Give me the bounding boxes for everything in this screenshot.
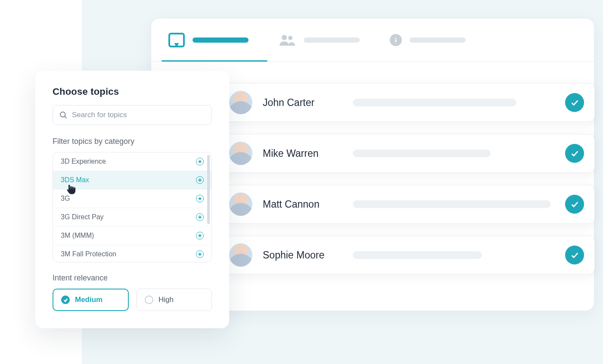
panel-title: Choose topics [53,86,212,97]
plus-icon[interactable] [196,158,204,165]
svg-point-2 [395,37,396,39]
topic-item[interactable]: 3DS Max [53,171,211,190]
search-input-wrap[interactable] [53,105,212,125]
topic-label: 3DS Max [61,176,89,184]
people-list: John Carter Mike Warren Matt Cannon Soph… [220,83,595,286]
topic-item[interactable]: 3M (MMM) [53,227,211,245]
svg-point-0 [282,35,287,40]
relevance-option-high[interactable]: High [137,289,212,311]
person-row[interactable]: John Carter [220,83,595,122]
topic-item[interactable]: 3M Fall Protection [53,245,211,262]
row-placeholder [353,251,482,259]
search-icon [59,111,68,119]
filter-label: Filter topics by category [53,137,212,146]
relevance-option-label: Medium [75,296,103,304]
plus-icon[interactable] [196,250,204,258]
plus-icon[interactable] [196,213,204,221]
topic-label: 3G Direct Pay [61,213,104,221]
topic-label: 3M Fall Protection [61,250,116,258]
check-icon[interactable] [565,246,584,264]
topic-item[interactable]: 3D Experience [53,152,211,171]
tab-2-label-placeholder [304,37,360,43]
tab-strip [151,19,594,62]
relevance-option-label: High [159,296,174,304]
check-icon[interactable] [565,195,584,214]
check-icon[interactable] [565,144,584,163]
person-row[interactable]: Sophie Moore [220,236,595,274]
person-name: Matt Cannon [263,199,342,210]
tab-1[interactable] [168,33,249,47]
tab-1-label-placeholder [193,37,249,43]
avatar [229,142,252,165]
relevance-option-medium[interactable]: Medium [53,289,129,311]
row-placeholder [353,99,516,106]
plus-icon[interactable] [196,232,204,240]
person-row[interactable]: Matt Cannon [220,185,595,224]
people-icon [279,34,296,47]
svg-point-4 [60,112,65,117]
person-name: Mike Warren [263,148,342,159]
row-placeholder [353,149,491,157]
tab-3-label-placeholder [410,37,466,43]
person-row[interactable]: Mike Warren [220,134,595,173]
svg-rect-3 [395,39,397,42]
svg-line-5 [65,116,67,118]
person-name: Sophie Moore [263,249,342,261]
topics-panel: Choose topics Filter topics by category … [35,71,229,328]
topic-list: 3D Experience 3DS Max 3G 3G Direct Pay 3… [53,152,212,262]
avatar [229,193,252,216]
scrollbar[interactable] [207,155,210,224]
topic-label: 3M (MMM) [61,232,94,240]
svg-point-1 [288,36,292,40]
plus-icon[interactable] [196,176,204,184]
avatar [229,243,252,267]
topic-item[interactable]: 3G Direct Pay [53,208,211,227]
radio-unchecked-icon [145,296,153,304]
relevance-label: Intent relevance [53,274,212,283]
topic-label: 3G [61,195,70,202]
avatar [229,91,252,114]
active-tab-underline [162,60,267,62]
relevance-options: Medium High [53,289,212,311]
tab-3[interactable] [390,34,466,46]
topic-label: 3D Experience [61,158,106,165]
check-icon[interactable] [565,93,584,112]
info-icon [390,34,402,46]
topic-item[interactable]: 3G [53,190,211,208]
row-placeholder [353,200,551,208]
search-input[interactable] [72,111,205,119]
person-name: John Carter [263,97,342,109]
inbox-icon [168,33,185,47]
tab-2[interactable] [279,34,360,47]
radio-checked-icon [61,296,70,304]
plus-icon[interactable] [196,195,204,202]
